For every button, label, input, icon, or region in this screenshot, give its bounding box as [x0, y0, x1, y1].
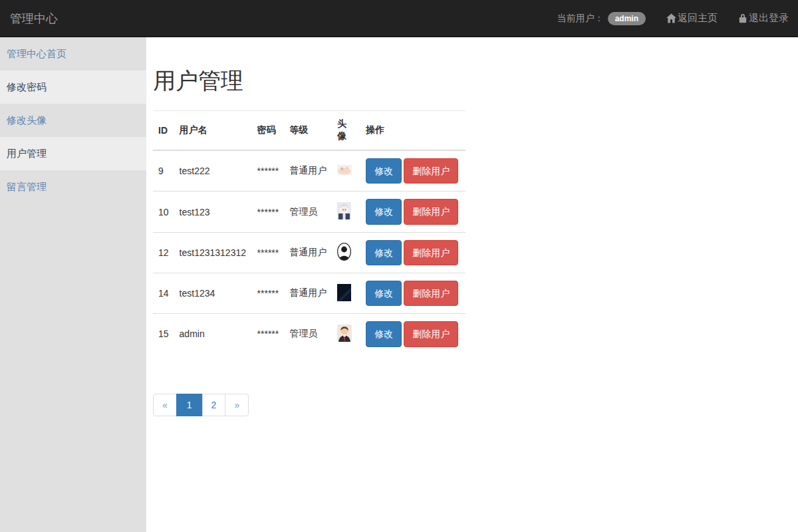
- header-password: 密码: [252, 111, 285, 151]
- top-navbar: 管理中心 当前用户： admin 返回主页 退出登录: [0, 0, 798, 37]
- sidebar-item-change-password[interactable]: 修改密码: [0, 70, 146, 104]
- username: test222: [174, 150, 252, 192]
- username: test1231312312: [174, 232, 252, 273]
- avatar-image: [337, 325, 352, 342]
- actions-cell: 修改删除用户: [360, 192, 466, 232]
- user-id: 12: [153, 232, 174, 273]
- header-level: 等级: [284, 111, 332, 151]
- current-user-label: 当前用户：: [557, 13, 604, 25]
- user-id: 15: [153, 314, 174, 354]
- table-header-row: ID 用户名 密码 等级 头像 操作: [153, 111, 466, 151]
- user-table: ID 用户名 密码 等级 头像 操作 9 test222 ****** 普通用户: [153, 110, 466, 354]
- actions-cell: 修改删除用户: [360, 232, 466, 273]
- avatar-image: [337, 165, 352, 175]
- actions-cell: 修改删除用户: [360, 273, 466, 313]
- table-row: 12 test1231312312 ****** 普通用户 修改删除用户: [153, 232, 466, 273]
- sidebar-item-user-management[interactable]: 用户管理: [0, 137, 146, 170]
- password-masked: ******: [252, 150, 285, 192]
- user-id: 9: [153, 150, 174, 192]
- sidebar-item-admin-home[interactable]: 管理中心首页: [0, 37, 146, 70]
- actions-cell: 修改删除用户: [360, 150, 466, 192]
- pagination: « 1 2 »: [153, 394, 249, 416]
- password-masked: ******: [252, 273, 285, 313]
- user-id: 14: [153, 273, 174, 313]
- password-masked: ******: [252, 232, 285, 273]
- avatar-image: [337, 243, 351, 261]
- current-user-badge: admin: [608, 12, 646, 25]
- delete-user-button[interactable]: 删除用户: [404, 158, 458, 184]
- lock-icon: [738, 13, 747, 23]
- user-level: 普通用户: [284, 150, 332, 192]
- edit-button[interactable]: 修改: [366, 240, 402, 265]
- navbar-right: 当前用户： admin 返回主页 退出登录: [557, 12, 789, 25]
- edit-button[interactable]: 修改: [366, 158, 402, 184]
- avatar-cell: [332, 232, 360, 273]
- header-avatar: 头像: [332, 111, 360, 151]
- pagination-page-1[interactable]: 1: [176, 394, 203, 416]
- user-level: 管理员: [284, 192, 332, 232]
- page-title: 用户管理: [153, 68, 798, 94]
- delete-user-button[interactable]: 删除用户: [404, 321, 458, 346]
- logout-link[interactable]: 退出登录: [738, 12, 789, 25]
- delete-user-button[interactable]: 删除用户: [404, 199, 458, 224]
- password-masked: ******: [252, 314, 285, 354]
- username: admin: [174, 314, 252, 354]
- edit-button[interactable]: 修改: [366, 199, 402, 224]
- header-id: ID: [153, 111, 174, 151]
- avatar-cell: [332, 273, 360, 313]
- home-icon: [666, 13, 676, 23]
- main-content: 用户管理 ID 用户名 密码 等级 头像 操作 9 test222 ******…: [146, 68, 798, 416]
- delete-user-button[interactable]: 删除用户: [404, 240, 458, 265]
- app-brand[interactable]: 管理中心: [10, 11, 58, 27]
- table-row: 10 test123 ****** 管理员 修改删除用户: [153, 192, 466, 232]
- return-home-label: 返回主页: [678, 12, 718, 25]
- logout-label: 退出登录: [749, 12, 789, 25]
- return-home-link[interactable]: 返回主页: [666, 12, 718, 25]
- table-row: 15 admin ****** 管理员 修改删除用户: [153, 314, 466, 354]
- user-level: 普通用户: [284, 273, 332, 313]
- header-username: 用户名: [174, 111, 252, 151]
- pagination-page-2[interactable]: 2: [202, 394, 226, 416]
- table-row: 9 test222 ****** 普通用户 修改删除用户: [153, 150, 466, 192]
- pagination-prev[interactable]: «: [153, 394, 177, 416]
- avatar-image: [337, 284, 351, 301]
- avatar-cell: [332, 314, 360, 354]
- username: test1234: [174, 273, 252, 313]
- sidebar: 管理中心首页 修改密码 修改头像 用户管理 留言管理: [0, 37, 146, 532]
- username: test123: [174, 192, 252, 232]
- sidebar-item-message-management[interactable]: 留言管理: [0, 170, 146, 203]
- sidebar-item-change-avatar[interactable]: 修改头像: [0, 104, 146, 137]
- delete-user-button[interactable]: 删除用户: [404, 281, 458, 306]
- avatar-cell: [332, 150, 360, 192]
- pagination-next[interactable]: »: [225, 394, 249, 416]
- edit-button[interactable]: 修改: [366, 281, 402, 306]
- user-id: 10: [153, 192, 174, 232]
- user-level: 管理员: [284, 314, 332, 354]
- actions-cell: 修改删除用户: [360, 314, 466, 354]
- password-masked: ******: [252, 192, 285, 232]
- avatar-cell: [332, 192, 360, 232]
- avatar-image: [337, 202, 351, 219]
- header-actions: 操作: [360, 111, 466, 151]
- edit-button[interactable]: 修改: [366, 321, 402, 346]
- table-row: 14 test1234 ****** 普通用户 修改删除用户: [153, 273, 466, 313]
- user-level: 普通用户: [284, 232, 332, 273]
